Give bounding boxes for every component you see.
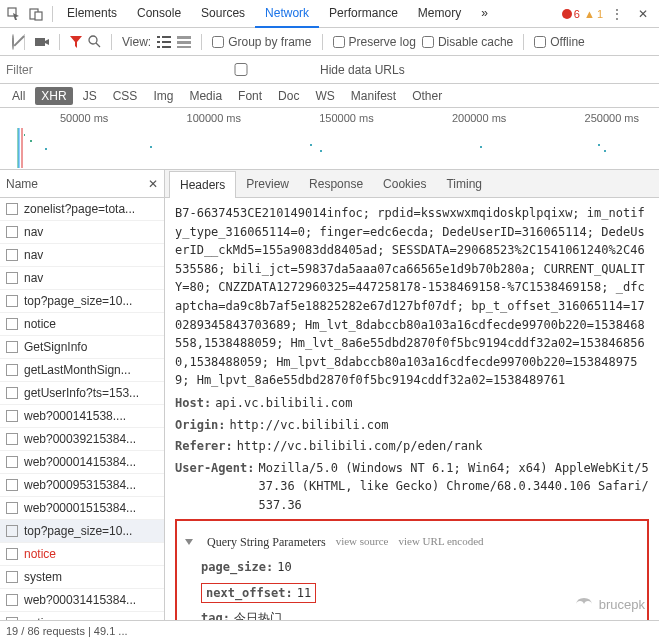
file-icon	[6, 594, 18, 606]
request-name: web?000141538....	[24, 409, 126, 423]
request-item[interactable]: top?page_size=10...	[0, 290, 164, 313]
tab-elements[interactable]: Elements	[57, 0, 127, 28]
checkbox-group-by-frame[interactable]: Group by frame	[212, 35, 311, 49]
filter-icon[interactable]	[70, 36, 82, 48]
request-item[interactable]: getUserInfo?ts=153...	[0, 382, 164, 405]
close-detail-icon[interactable]: ✕	[148, 177, 158, 191]
request-item[interactable]: web?00039215384...	[0, 428, 164, 451]
request-item[interactable]: notice	[0, 543, 164, 566]
request-name: web?00001515384...	[24, 501, 136, 515]
request-item[interactable]: zonelist?page=tota...	[0, 198, 164, 221]
svg-rect-10	[157, 46, 160, 48]
file-icon	[6, 571, 18, 583]
filter-input[interactable]	[6, 63, 156, 77]
column-header-name[interactable]: Name	[6, 177, 38, 191]
request-item[interactable]: system	[0, 566, 164, 589]
type-manifest[interactable]: Manifest	[345, 87, 402, 105]
tick-label: 200000 ms	[452, 112, 506, 124]
close-devtools-icon[interactable]: ✕	[633, 4, 653, 24]
device-toolbar-icon[interactable]	[26, 4, 46, 24]
section-title-qsp[interactable]: Query String Parameters	[207, 533, 326, 552]
error-count[interactable]: 6	[562, 8, 580, 20]
request-name: top?page_size=10...	[24, 524, 132, 538]
detail-tab-preview[interactable]: Preview	[236, 171, 299, 197]
tab-sources[interactable]: Sources	[191, 0, 255, 28]
type-xhr[interactable]: XHR	[35, 87, 72, 105]
checkbox-hide-data-urls[interactable]: Hide data URLs	[166, 63, 405, 77]
request-item[interactable]: getLastMonthSign...	[0, 359, 164, 382]
request-item[interactable]: GetSignInfo	[0, 336, 164, 359]
inspect-icon[interactable]	[4, 4, 24, 24]
request-item[interactable]: notice	[0, 612, 164, 620]
request-item[interactable]: web?000141538....	[0, 405, 164, 428]
request-item[interactable]: web?00031415384...	[0, 589, 164, 612]
file-icon	[6, 433, 18, 445]
svg-line-5	[96, 43, 100, 47]
request-item[interactable]: nav	[0, 221, 164, 244]
type-media[interactable]: Media	[183, 87, 228, 105]
view-list-icon[interactable]	[157, 36, 171, 48]
detail-tab-timing[interactable]: Timing	[436, 171, 492, 197]
header-value-user-agent: Mozilla/5.0 (Windows NT 6.1; Win64; x64)…	[258, 459, 649, 515]
svg-rect-2	[35, 12, 42, 20]
warning-count[interactable]: ▲1	[584, 8, 603, 20]
tab-more[interactable]: »	[471, 0, 498, 28]
request-item[interactable]: notice	[0, 313, 164, 336]
svg-rect-7	[162, 36, 171, 38]
type-doc[interactable]: Doc	[272, 87, 305, 105]
file-icon	[6, 364, 18, 376]
timeline-overview[interactable]: 50000 ms 100000 ms 150000 ms 200000 ms 2…	[0, 108, 659, 170]
type-font[interactable]: Font	[232, 87, 268, 105]
tab-memory[interactable]: Memory	[408, 0, 471, 28]
request-name: nav	[24, 225, 43, 239]
detail-tab-response[interactable]: Response	[299, 171, 373, 197]
type-other[interactable]: Other	[406, 87, 448, 105]
request-item[interactable]: nav	[0, 267, 164, 290]
checkbox-preserve-log[interactable]: Preserve log	[333, 35, 416, 49]
param-key: page_size:	[201, 558, 273, 577]
request-item[interactable]: web?00001515384...	[0, 497, 164, 520]
type-all[interactable]: All	[6, 87, 31, 105]
file-icon	[6, 295, 18, 307]
svg-rect-25	[598, 144, 600, 146]
type-css[interactable]: CSS	[107, 87, 144, 105]
detail-tab-cookies[interactable]: Cookies	[373, 171, 436, 197]
view-label: View:	[122, 35, 151, 49]
request-list[interactable]: zonelist?page=tota...navnavnavtop?page_s…	[0, 198, 164, 620]
link-view-url-encoded[interactable]: view URL encoded	[398, 533, 483, 550]
request-item[interactable]: top?page_size=10...	[0, 520, 164, 543]
request-item[interactable]: web?00095315384...	[0, 474, 164, 497]
file-icon	[6, 249, 18, 261]
view-large-icon[interactable]	[177, 36, 191, 48]
tick-label: 150000 ms	[319, 112, 373, 124]
link-view-source[interactable]: view source	[336, 533, 389, 550]
file-icon	[6, 318, 18, 330]
camera-icon[interactable]	[35, 36, 49, 48]
tab-console[interactable]: Console	[127, 0, 191, 28]
request-item[interactable]: nav	[0, 244, 164, 267]
type-img[interactable]: Img	[147, 87, 179, 105]
param-key: tag:	[201, 609, 230, 620]
status-bar: 19 / 86 requests | 49.1 ...	[0, 620, 659, 640]
tab-network[interactable]: Network	[255, 0, 319, 28]
header-key-referer: Referer:	[175, 437, 233, 456]
kebab-menu-icon[interactable]: ⋮	[607, 4, 627, 24]
request-item[interactable]: web?00001415384...	[0, 451, 164, 474]
clear-icon[interactable]	[12, 35, 14, 49]
param-value: 今日热门	[234, 609, 282, 620]
type-js[interactable]: JS	[77, 87, 103, 105]
checkbox-offline[interactable]: Offline	[534, 35, 584, 49]
detail-tab-headers[interactable]: Headers	[169, 171, 236, 198]
request-name: web?00001415384...	[24, 455, 136, 469]
svg-rect-11	[162, 46, 171, 48]
panel-tabs: Elements Console Sources Network Perform…	[57, 0, 562, 28]
tab-performance[interactable]: Performance	[319, 0, 408, 28]
search-icon[interactable]	[88, 35, 101, 48]
svg-rect-19	[30, 140, 32, 142]
expand-icon[interactable]	[185, 539, 193, 545]
request-name: zonelist?page=tota...	[24, 202, 135, 216]
svg-rect-18	[24, 134, 25, 136]
svg-rect-22	[310, 144, 312, 146]
checkbox-disable-cache[interactable]: Disable cache	[422, 35, 513, 49]
type-ws[interactable]: WS	[309, 87, 340, 105]
